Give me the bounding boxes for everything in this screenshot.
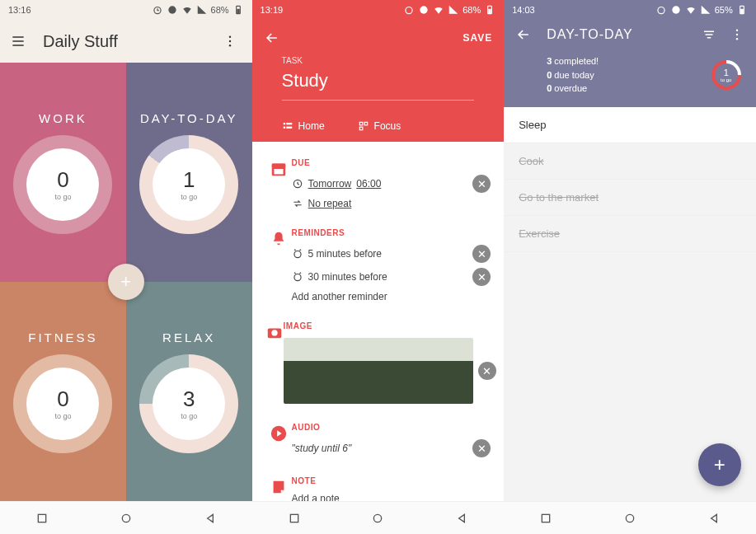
task-field-label: TASK — [252, 56, 505, 65]
tile-title: RELAX — [162, 330, 215, 344]
calendar-icon — [265, 158, 292, 212]
more-button[interactable] — [223, 34, 242, 49]
tab-focus[interactable]: Focus — [358, 120, 401, 132]
signal-icon — [700, 4, 711, 16]
nav-recent[interactable] — [699, 504, 729, 533]
repeat-row[interactable]: No repeat — [292, 195, 491, 212]
svg-rect-38 — [542, 514, 549, 522]
image-section: IMAGE ✕ — [252, 313, 505, 415]
note-row[interactable]: Add a note — [292, 490, 491, 501]
sort-button[interactable] — [702, 27, 716, 42]
square-icon — [35, 512, 49, 525]
list-item[interactable]: Cook — [504, 143, 756, 180]
status-bar: 14:03 65% — [504, 0, 756, 20]
audio-row[interactable]: "study until 6" ✕ — [292, 437, 491, 460]
task-image[interactable] — [284, 338, 473, 404]
count: 0 — [57, 167, 68, 193]
task-name-input[interactable]: Study — [282, 65, 475, 101]
svg-rect-15 — [283, 127, 284, 129]
remove-reminder-button[interactable]: ✕ — [472, 268, 491, 286]
due-date-row[interactable]: Tomorrow 06:00 ✕ — [292, 172, 491, 195]
sort-icon — [702, 27, 716, 42]
svg-point-8 — [122, 514, 129, 522]
tile-title: DAY-TO-DAY — [140, 111, 238, 125]
svg-point-6 — [228, 44, 230, 46]
svg-rect-18 — [364, 122, 368, 125]
reminder-row[interactable]: 5 minutes before ✕ — [292, 242, 491, 265]
tab-home[interactable]: Home — [282, 120, 325, 132]
togo-label: to go — [181, 412, 197, 420]
alarm-icon — [655, 4, 667, 16]
svg-rect-21 — [271, 164, 285, 168]
tile-fitness[interactable]: FITNESS 0to go — [0, 282, 126, 501]
save-button[interactable]: SAVE — [463, 32, 492, 44]
status-time: 13:19 — [261, 5, 404, 15]
nav-home[interactable] — [363, 504, 392, 533]
nav-back[interactable] — [279, 504, 309, 533]
svg-point-25 — [294, 274, 301, 281]
note-icon — [265, 476, 292, 501]
tile-relax[interactable]: RELAX 3to go — [126, 282, 252, 501]
add-reminder-row[interactable]: Add another reminder — [292, 288, 491, 305]
progress-ring: 1to go — [139, 135, 238, 234]
svg-point-31 — [658, 7, 664, 14]
wifi-icon — [433, 4, 444, 16]
svg-point-39 — [626, 514, 633, 522]
svg-point-32 — [672, 6, 679, 13]
svg-point-27 — [271, 330, 277, 335]
note-text: Add a note — [292, 493, 340, 501]
svg-rect-17 — [359, 122, 363, 125]
nav-home[interactable] — [111, 504, 141, 533]
nav-back[interactable] — [27, 504, 57, 533]
svg-rect-34 — [740, 9, 744, 13]
list-item[interactable]: Go to the market — [504, 180, 756, 216]
remove-image-button[interactable]: ✕ — [478, 362, 496, 380]
status-bar: 13:16 68% — [0, 0, 252, 20]
menu-icon — [10, 33, 26, 49]
bell-icon — [265, 228, 292, 305]
task-header: 13:19 68% SAVE TASK Study Home — [252, 0, 505, 142]
alarm-icon — [152, 4, 163, 16]
note-section: NOTE Add a note — [252, 468, 505, 501]
list-item[interactable]: Sleep — [504, 107, 756, 143]
svg-point-5 — [228, 40, 230, 42]
svg-rect-22 — [274, 169, 283, 174]
clear-due-button[interactable]: ✕ — [472, 175, 491, 193]
tile-day-to-day[interactable]: DAY-TO-DAY 1to go — [126, 63, 252, 282]
status-bar: 13:19 68% — [252, 0, 505, 20]
back-button[interactable] — [264, 30, 284, 46]
nav-recent[interactable] — [447, 504, 477, 533]
tile-work[interactable]: WORK 0to go — [0, 63, 126, 282]
progress-ring: 3to go — [139, 354, 238, 453]
svg-rect-7 — [38, 514, 45, 522]
nav-recent[interactable] — [195, 504, 225, 533]
svg-point-30 — [374, 514, 382, 522]
due-label: due today — [552, 70, 594, 80]
nav-back[interactable] — [531, 504, 561, 533]
square-icon — [539, 512, 552, 525]
remove-reminder-button[interactable]: ✕ — [472, 245, 491, 263]
svg-point-1 — [168, 6, 176, 13]
signal-icon — [196, 4, 208, 16]
menu-button[interactable] — [10, 33, 30, 49]
more-button[interactable] — [730, 27, 744, 42]
add-button[interactable]: + — [108, 264, 144, 300]
reminder-row[interactable]: 30 minutes before ✕ — [292, 265, 491, 288]
battery-text: 68% — [211, 5, 229, 15]
completed-label: completed! — [552, 56, 599, 66]
count: 3 — [183, 386, 195, 412]
add-task-button[interactable]: + — [698, 443, 741, 486]
due-time: 06:00 — [356, 178, 381, 190]
nav-home[interactable] — [615, 504, 645, 533]
togo-label: to go — [54, 412, 71, 420]
back-button[interactable] — [515, 26, 535, 43]
remove-audio-button[interactable]: ✕ — [472, 439, 491, 457]
count: 1 — [183, 167, 195, 193]
play-icon — [265, 423, 292, 460]
svg-point-36 — [736, 34, 738, 35]
dnd-icon — [418, 4, 430, 16]
category-grid: WORK 0to go DAY-TO-DAY 1to go FITNESS 0t… — [0, 63, 252, 501]
task-body: DUE Tomorrow 06:00 ✕ No repeat REMINDERS — [252, 142, 505, 501]
list-item[interactable]: Exercise — [504, 216, 756, 252]
triangle-icon — [455, 512, 468, 525]
